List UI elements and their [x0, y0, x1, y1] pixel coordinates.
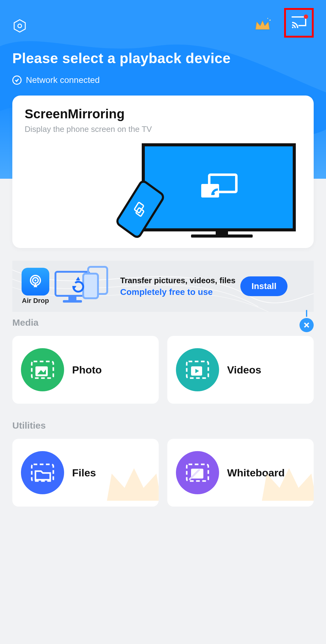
svg-rect-15 — [63, 300, 82, 303]
network-status-text: Network connected — [26, 75, 100, 85]
svg-point-3 — [267, 18, 268, 19]
photo-tile[interactable]: Photo — [12, 336, 159, 404]
whiteboard-icon — [176, 451, 219, 494]
settings-icon[interactable] — [12, 18, 27, 35]
close-promo-button[interactable] — [300, 318, 314, 332]
page-title: Please select a playback device — [12, 50, 314, 67]
files-label: Files — [72, 467, 96, 479]
devices-icon — [54, 266, 118, 307]
crown-watermark — [100, 450, 159, 507]
svg-point-4 — [292, 27, 294, 28]
check-circle-icon — [12, 75, 22, 85]
photo-label: Photo — [72, 364, 102, 376]
utilities-section-title: Utilities — [12, 420, 314, 431]
promo-line1: Transfer pictures, videos, files — [120, 276, 235, 285]
promo-text: Transfer pictures, videos, files Complet… — [120, 276, 235, 297]
airdrop-icon — [22, 268, 49, 296]
utilities-grid: Files Whiteboard — [12, 439, 314, 507]
svg-marker-0 — [14, 20, 25, 32]
tv-cast-icon — [199, 173, 239, 202]
mirroring-illustration — [25, 137, 301, 242]
cast-button-highlight — [284, 8, 314, 38]
videos-icon — [176, 348, 219, 391]
crown-icon[interactable] — [253, 17, 272, 36]
svg-point-7 — [212, 193, 215, 195]
promo-line2: Completely free to use — [120, 287, 235, 297]
whiteboard-label: Whiteboard — [227, 467, 285, 479]
airdrop-app: Air Drop — [17, 268, 54, 305]
videos-tile[interactable]: Videos — [167, 336, 314, 404]
svg-point-2 — [270, 19, 271, 21]
airdrop-label: Air Drop — [22, 297, 49, 305]
svg-rect-17 — [83, 274, 98, 298]
videos-label: Videos — [227, 364, 261, 376]
network-status-row: Network connected — [12, 75, 314, 85]
install-button[interactable]: Install — [240, 276, 287, 296]
svg-marker-19 — [76, 277, 80, 280]
notification-dot — [304, 14, 308, 19]
screen-mirroring-card[interactable]: ScreenMirroring Display the phone screen… — [12, 96, 314, 248]
media-grid: Photo Videos — [12, 336, 314, 404]
photo-icon — [21, 348, 64, 391]
whiteboard-tile[interactable]: Whiteboard — [167, 439, 314, 507]
files-icon — [21, 451, 64, 494]
screen-mirroring-title: ScreenMirroring — [25, 107, 301, 121]
svg-point-12 — [35, 279, 36, 281]
files-tile[interactable]: Files — [12, 439, 159, 507]
cast-icon[interactable] — [291, 16, 307, 30]
tv-graphic — [142, 143, 296, 231]
airdrop-promo-banner[interactable]: Air Drop Transfer pictures, videos, file… — [12, 261, 314, 312]
top-bar — [0, 0, 326, 38]
svg-point-1 — [18, 24, 22, 28]
media-section-title: Media — [12, 317, 314, 328]
svg-rect-14 — [68, 296, 76, 300]
screen-mirroring-subtitle: Display the phone screen on the TV — [25, 124, 301, 134]
content-area: Media Photo Videos Utilities — [12, 317, 314, 507]
